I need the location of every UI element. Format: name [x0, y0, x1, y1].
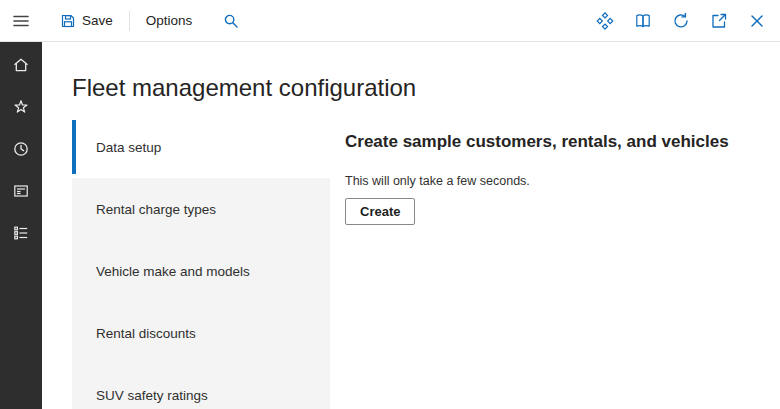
vertical-tab-list: Data setup Rental charge types Vehicle m… — [72, 116, 330, 409]
window-controls — [590, 0, 780, 42]
hamburger-menu-button[interactable] — [0, 0, 42, 42]
tab-label: Data setup — [96, 140, 161, 155]
sidebar-item-sitemap[interactable] — [0, 212, 42, 254]
refresh-button[interactable] — [666, 0, 696, 42]
apps-button[interactable] — [590, 0, 620, 42]
command-divider — [129, 11, 130, 31]
create-button[interactable]: Create — [345, 198, 415, 225]
close-icon — [749, 13, 765, 29]
hamburger-icon — [12, 12, 30, 30]
app-sidebar — [0, 42, 42, 409]
content-note: This will only take a few seconds. — [345, 174, 755, 188]
open-new-window-icon — [710, 12, 728, 30]
sidebar-item-favorites[interactable] — [0, 86, 42, 128]
command-bar: Save Options — [0, 0, 780, 42]
list-icon — [12, 224, 30, 242]
home-icon — [12, 56, 30, 74]
search-button[interactable] — [216, 0, 246, 42]
save-button[interactable]: Save — [56, 0, 117, 42]
main-area: Fleet management configuration Data setu… — [42, 42, 780, 409]
tab-label: Vehicle make and models — [96, 264, 250, 279]
save-icon — [60, 13, 76, 29]
tab-rental-charge-types[interactable]: Rental charge types — [72, 178, 330, 240]
guide-button[interactable] — [628, 0, 658, 42]
configuration-card: Data setup Rental charge types Vehicle m… — [72, 116, 765, 409]
apps-icon — [596, 12, 614, 30]
tab-data-setup[interactable]: Data setup — [72, 116, 330, 178]
page-title: Fleet management configuration — [72, 72, 780, 104]
options-label: Options — [146, 13, 193, 28]
form-icon — [12, 182, 30, 200]
tab-label: Rental discounts — [96, 326, 196, 341]
tab-vehicle-make-and-models[interactable]: Vehicle make and models — [72, 240, 330, 302]
tab-rental-discounts[interactable]: Rental discounts — [72, 302, 330, 364]
save-label: Save — [82, 13, 113, 28]
sidebar-item-recent[interactable] — [0, 128, 42, 170]
options-button[interactable]: Options — [142, 0, 197, 42]
content-heading: Create sample customers, rentals, and ve… — [345, 132, 755, 152]
recent-icon — [12, 140, 30, 158]
refresh-icon — [672, 12, 690, 30]
guide-icon — [634, 12, 652, 30]
sidebar-item-forms[interactable] — [0, 170, 42, 212]
tab-label: SUV safety ratings — [96, 388, 208, 403]
tab-suv-safety-ratings[interactable]: SUV safety ratings — [72, 364, 330, 409]
star-icon — [12, 98, 30, 116]
close-button[interactable] — [742, 0, 772, 42]
open-new-window-button[interactable] — [704, 0, 734, 42]
tab-label: Rental charge types — [96, 202, 216, 217]
tab-content-panel: Create sample customers, rentals, and ve… — [330, 116, 765, 409]
sidebar-item-home[interactable] — [0, 44, 42, 86]
search-icon — [223, 13, 239, 29]
